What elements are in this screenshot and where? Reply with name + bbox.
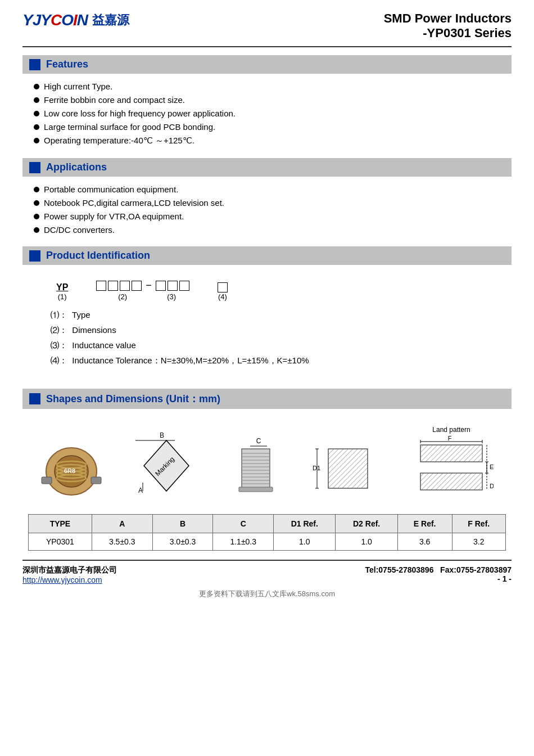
app-text: DC/DC converters. — [44, 225, 115, 235]
c-label: C — [256, 438, 261, 445]
list-item: DC/DC converters. — [34, 225, 512, 235]
col-type: TYPE — [29, 515, 92, 533]
explanation-2: ⑵： Dimensions — [51, 325, 489, 336]
logo-icon: YJYCOIN — [22, 11, 88, 29]
product-id-diagram: YP (1) − (2) (3) (4) — [22, 271, 512, 385]
bullet-icon — [34, 200, 39, 206]
dimensions-table: TYPE A B C D1 Ref. D2 Ref. E Ref. F Ref.… — [28, 514, 506, 551]
product-title: SMD Power Inductors -YP0301 Series — [384, 11, 512, 40]
svg-rect-27 — [239, 487, 273, 492]
features-section-header: Features — [22, 55, 512, 74]
side-view-svg: C — [230, 438, 281, 500]
list-item: Power supply for VTR,OA equipment. — [34, 212, 512, 221]
feature-text: High current Type. — [44, 82, 112, 91]
cell-a: 3.5±0.3 — [92, 533, 152, 551]
applications-section-header: Applications — [22, 158, 512, 177]
applications-title: Applications — [46, 161, 107, 173]
land-pattern-svg: F E D2 — [409, 435, 494, 500]
product-id-section-header: Product Identification — [22, 246, 512, 265]
list-item: Notebook PC,digital carmera,LCD televisi… — [34, 198, 512, 208]
cell-d2: 1.0 — [336, 533, 397, 551]
box-icon — [108, 281, 118, 291]
col-b: B — [152, 515, 213, 533]
list-item: Low core loss for high frequency power a… — [34, 109, 512, 118]
shapes-diagram: 6R8 B Marking A — [28, 420, 506, 508]
box-icon — [168, 281, 178, 291]
feature-text: Large terminal surface for good PCB bond… — [44, 122, 215, 132]
shapes-title: Shapes and Dimensions (Unit：mm) — [46, 392, 220, 406]
title-line2: -YP0301 Series — [384, 26, 512, 40]
yp-label: YP — [56, 282, 68, 292]
cell-b: 3.0±0.3 — [152, 533, 213, 551]
feature-text: Low core loss for high frequency power a… — [44, 109, 236, 118]
list-item: Large terminal surface for good PCB bond… — [34, 122, 512, 132]
app-text: Notebook PC,digital carmera,LCD televisi… — [44, 198, 224, 208]
box-icon — [96, 281, 106, 291]
explanation-1: ⑴： Type — [51, 310, 489, 321]
col-d2: D2 Ref. — [336, 515, 397, 533]
dash-icon: − — [146, 280, 152, 291]
svg-rect-37 — [420, 445, 482, 462]
cell-f: 3.2 — [452, 533, 506, 551]
explanation-4: ⑷： Inductance Tolerance：N=±30%,M=±20%，L=… — [51, 356, 489, 366]
e-label: E — [490, 464, 494, 470]
website-link[interactable]: http://www.yjycoin.com — [22, 575, 117, 584]
footer-left: 深圳市益嘉源电子有限公司 http://www.yjycoin.com — [22, 565, 117, 584]
d1-label: D1 — [313, 465, 320, 471]
land-pattern-label: Land pattern — [432, 426, 470, 434]
blue-square-icon — [29, 162, 40, 173]
side-view: C — [230, 438, 281, 500]
cell-c: 1.1±0.3 — [213, 533, 274, 551]
product-id-title: Product Identification — [46, 250, 150, 262]
list-item: High current Type. — [34, 82, 512, 91]
svg-rect-9 — [91, 477, 101, 484]
num3-label: (3) — [155, 292, 188, 301]
col-c: C — [213, 515, 274, 533]
list-item: Portable communication equipment. — [34, 184, 512, 194]
coil-view: 6R8 — [40, 443, 102, 500]
bullet-icon — [34, 214, 39, 219]
features-list: High current Type. Ferrite bobbin core a… — [22, 79, 512, 155]
blue-square-icon — [29, 59, 40, 70]
num1-label: (1) — [58, 292, 67, 301]
fax-text: Fax:0755-27803897 — [440, 565, 512, 574]
svg-text:6R8: 6R8 — [64, 467, 75, 474]
col-a: A — [92, 515, 152, 533]
footer-right: Tel:0755-27803896 Fax:0755-27803897 - 1 … — [365, 565, 512, 583]
coil-svg: 6R8 — [40, 443, 102, 500]
f-label: F — [448, 435, 452, 442]
features-title: Features — [46, 58, 88, 70]
front-view: D1 — [311, 438, 379, 500]
table-row: YP0301 3.5±0.3 3.0±0.3 1.1±0.3 1.0 1.0 3… — [29, 533, 506, 551]
app-text: Power supply for VTR,OA equipment. — [44, 212, 184, 221]
front-view-svg: D1 — [311, 438, 379, 500]
page-header: YJYCOIN 益嘉源 SMD Power Inductors -YP0301 … — [22, 11, 512, 47]
svg-rect-38 — [420, 473, 482, 490]
explanation-3: ⑶： Inductance value — [51, 340, 489, 351]
blue-square-icon — [29, 393, 40, 404]
logo-chinese-text: 益嘉源 — [92, 12, 129, 29]
box-icon — [179, 281, 189, 291]
d2-label: D2 — [490, 483, 494, 489]
blue-square-icon — [29, 250, 40, 262]
svg-rect-29 — [328, 449, 368, 488]
top-view: B Marking A — [133, 432, 200, 500]
feature-text: Ferrite bobbin core and compact size. — [44, 95, 185, 105]
page-number: - 1 - — [497, 574, 512, 583]
cell-d1: 1.0 — [274, 533, 336, 551]
company-name: 深圳市益嘉源电子有限公司 — [22, 565, 117, 575]
num4-label: (4) — [218, 292, 227, 301]
top-view-svg: B Marking A — [133, 432, 200, 500]
app-text: Portable communication equipment. — [44, 184, 178, 194]
land-pattern-view: Land pattern F — [409, 426, 494, 500]
num2-label: (2) — [97, 292, 148, 301]
product-id-explanations: ⑴： Type ⑵： Dimensions ⑶： Inductance valu… — [34, 304, 500, 376]
shapes-section-header: Shapes and Dimensions (Unit：mm) — [22, 389, 512, 409]
box-icon — [156, 281, 166, 291]
applications-list: Portable communication equipment. Notebo… — [22, 182, 512, 243]
shapes-section: 6R8 B Marking A — [22, 415, 512, 551]
box-icon — [120, 281, 130, 291]
list-item: Operating temperature:-40℃ ～+125℃. — [34, 136, 512, 146]
logo-area: YJYCOIN 益嘉源 — [22, 11, 129, 29]
box-icon — [218, 282, 228, 292]
